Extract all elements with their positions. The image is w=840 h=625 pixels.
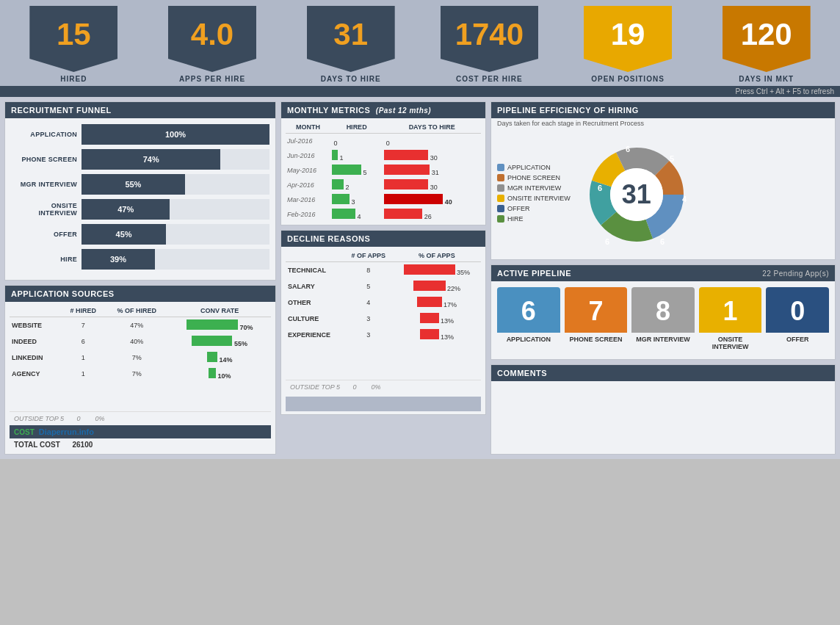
funnel-bar-bg-offer: 45% xyxy=(82,224,269,245)
pipeline-card-offer: 0 OFFER xyxy=(766,287,829,353)
funnel-bar-application: 100% xyxy=(82,124,269,145)
funnel-row-mgr: MGR INTERVIEW 55% xyxy=(11,174,269,195)
source-conv: 70% xyxy=(168,317,271,334)
source-pct: 47% xyxy=(105,317,168,334)
header-kpi-row: 15 HIRED 4.0 APPS PER HIRE 31 DAYS TO HI… xyxy=(0,0,840,86)
funnel-row-onsite: ONSITE INTERVIEW 47% xyxy=(11,199,269,220)
table-row: LINKEDIN 1 7% 14% xyxy=(10,350,271,366)
metric-month: Mar-2016 xyxy=(286,192,330,207)
active-pipeline-title: ACTIVE PIPELINE xyxy=(497,269,571,278)
funnel-bar-bg-phone: 74% xyxy=(82,149,269,170)
legend-phone: PHONE SCREEN xyxy=(497,174,571,181)
funnel-label-offer: OFFER xyxy=(11,231,77,238)
funnel-label-onsite: ONSITE INTERVIEW xyxy=(11,202,77,217)
segment-label-mgr: 6 xyxy=(660,237,665,246)
decline-col-pct: % OF APPS xyxy=(393,250,481,262)
col-month: MONTH xyxy=(286,121,330,134)
card-label-mgr: MGR INTERVIEW xyxy=(631,333,695,346)
metric-days-bar: 31 xyxy=(383,163,481,178)
decline-header: DECLINE REASONS xyxy=(281,231,485,247)
pipeline-card-application: 6 APPLICATION xyxy=(497,287,560,353)
funnel-pct-onsite: 47% xyxy=(117,205,134,214)
decline-outside-pct: 0% xyxy=(372,383,381,391)
funnel-bar-hire: 39% xyxy=(82,249,155,270)
total-cost-label: TOTAL COST xyxy=(14,441,60,449)
decline-pct-bar: 13% xyxy=(393,327,481,343)
card-num-offer: 0 xyxy=(766,287,829,333)
legend-dot-hire xyxy=(497,215,504,223)
segment-label-onsite: 4 xyxy=(682,195,687,203)
sources-col-conv: CONV RATE xyxy=(168,305,271,317)
metric-days-bar: 30 xyxy=(383,178,481,192)
kpi-open-positions: 19 OPEN POSITIONS xyxy=(562,6,695,86)
legend-offer: OFFER xyxy=(497,205,571,212)
monthly-metrics-panel: MONTHLY METRICS (Past 12 mths) MONTH HIR… xyxy=(280,101,486,225)
source-pct: 40% xyxy=(105,333,168,350)
funnel-content: APPLICATION 100% PHONE SCREEN 74% xyxy=(5,118,275,280)
metrics-content: MONTH HIRED DAYS TO HIRE Jul-2016 0 0 Ju xyxy=(281,118,485,225)
metric-month: Jul-2016 xyxy=(286,134,330,149)
legend-label: APPLICATION xyxy=(507,164,551,171)
metric-month: Jun-2016 xyxy=(286,148,330,163)
decline-outside-apps: 0 xyxy=(353,383,357,391)
kpi-hired: 15 HIRED xyxy=(7,6,140,86)
decline-apps: 3 xyxy=(344,311,393,327)
metric-hired-bar: 3 xyxy=(330,192,383,207)
metric-days-bar: 40 xyxy=(383,192,481,207)
comments-header: COMMENTS xyxy=(491,365,835,381)
table-row: EXPERIENCE 3 13% xyxy=(286,327,481,343)
table-row: INDEED 6 40% 55% xyxy=(10,333,271,350)
legend-dot-offer xyxy=(497,205,504,212)
kpi-apps-per-hire: 4.0 APPS PER HIRE xyxy=(146,6,279,86)
metric-month: May-2016 xyxy=(286,163,330,178)
decline-pct-bar: 17% xyxy=(393,295,481,311)
col-mid: MONTHLY METRICS (Past 12 mths) MONTH HIR… xyxy=(280,101,486,455)
legend-dot-application xyxy=(497,164,504,171)
col-right: PIPELINE EFFICIENCY OF HIRING Days taken… xyxy=(490,101,836,455)
table-row: WEBSITE 7 47% 70% xyxy=(10,317,271,334)
main-content: RECRUITMENT FUNNEL APPLICATION 100% PHON… xyxy=(0,97,840,459)
legend-label: ONSITE INTERVIEW xyxy=(507,195,571,202)
card-label-application: APPLICATION xyxy=(497,333,560,346)
decline-apps: 5 xyxy=(344,278,393,295)
metric-hired-bar: 5 xyxy=(330,163,383,178)
sources-outside-row: OUTSIDE TOP 5 0 0% xyxy=(10,411,271,425)
table-row: Jun-2016 1 30 xyxy=(286,148,481,163)
funnel-label-phone: PHONE SCREEN xyxy=(11,156,77,163)
funnel-row-hire: HIRE 39% xyxy=(11,249,269,270)
metric-hired-bar: 1 xyxy=(330,148,383,163)
legend-label: PHONE SCREEN xyxy=(507,174,560,181)
funnel-pct-phone: 74% xyxy=(143,155,159,164)
table-row: Mar-2016 3 40 xyxy=(286,192,481,207)
decline-reason: TECHNICAL xyxy=(286,262,344,279)
decline-reasons-panel: DECLINE REASONS # OF APPS % OF APPS TECH… xyxy=(280,230,486,415)
kpi-open-label: OPEN POSITIONS xyxy=(591,75,665,86)
decline-outside-label: OUTSIDE TOP 5 xyxy=(290,383,340,391)
sources-col-source xyxy=(10,305,61,317)
funnel-bar-bg-onsite: 47% xyxy=(82,199,269,220)
card-num-mgr: 8 xyxy=(631,287,695,333)
total-cost-row: TOTAL COST 26100 xyxy=(10,438,271,451)
source-hired: 1 xyxy=(61,366,105,382)
decline-reason: EXPERIENCE xyxy=(286,327,344,343)
funnel-bar-bg-hire: 39% xyxy=(82,249,269,270)
kpi-cost-per-hire: 1740 COST PER HIRE xyxy=(423,6,556,86)
pipeline-cards: 6 APPLICATION 7 PHONE SCREEN 8 MGR INTER… xyxy=(491,281,835,359)
metric-month: Feb-2016 xyxy=(286,207,330,222)
legend-onsite: ONSITE INTERVIEW xyxy=(497,195,571,202)
card-num-phone: 7 xyxy=(565,287,628,333)
table-row: AGENCY 1 7% 10% xyxy=(10,366,271,382)
comments-content xyxy=(491,381,835,440)
kpi-cost-label: COST PER HIRE xyxy=(456,75,523,86)
watermark: Diaperrun.info xyxy=(39,427,94,436)
funnel-header: RECRUITMENT FUNNEL xyxy=(5,102,275,118)
outside-label: OUTSIDE TOP 5 xyxy=(14,415,64,422)
active-pipeline-panel: ACTIVE PIPELINE 22 Pending App(s) 6 APPL… xyxy=(490,264,836,360)
table-row: OTHER 4 17% xyxy=(286,295,481,311)
source-hired: 7 xyxy=(61,317,105,334)
metrics-table: MONTH HIRED DAYS TO HIRE Jul-2016 0 0 Ju xyxy=(286,121,481,222)
sources-col-pct: % OF HIRED xyxy=(105,305,168,317)
decline-reason: OTHER xyxy=(286,295,344,311)
metric-hired-bar: 0 xyxy=(330,134,383,149)
funnel-pct-hire: 39% xyxy=(110,255,126,264)
